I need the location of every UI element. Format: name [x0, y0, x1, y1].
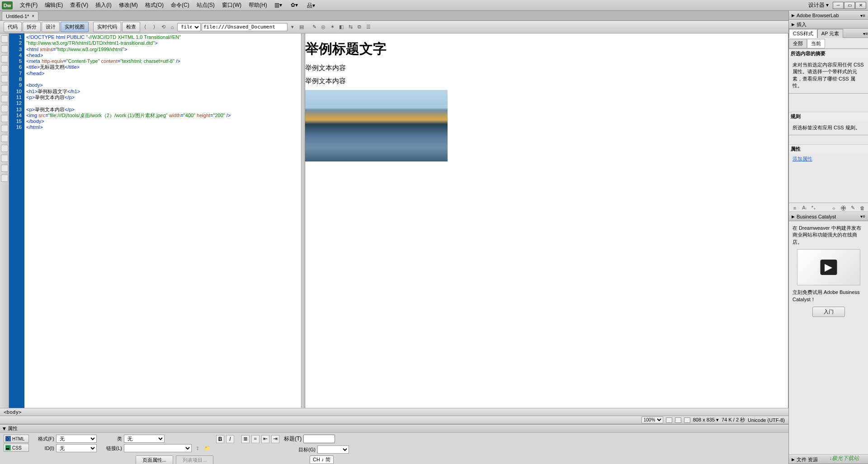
- target-select[interactable]: [317, 445, 349, 454]
- site-icon[interactable]: 品▾: [307, 2, 316, 9]
- menu-window[interactable]: 窗口(W): [218, 0, 245, 10]
- vtool-7[interactable]: [1, 95, 8, 102]
- css-toolbtn-6[interactable]: ✎: [849, 204, 857, 212]
- vtool-12[interactable]: [1, 145, 8, 152]
- code-view-button[interactable]: 代码: [4, 22, 22, 32]
- css-toolbtn-5[interactable]: 🕀: [839, 204, 847, 212]
- window-close[interactable]: ✕: [855, 2, 866, 9]
- bold-button[interactable]: B: [216, 435, 224, 443]
- vtool-1[interactable]: [1, 35, 8, 43]
- document-tab[interactable]: Untitled-1* ×: [2, 11, 38, 20]
- vtool-3[interactable]: [1, 55, 8, 62]
- title-input[interactable]: [303, 435, 335, 443]
- menu-view[interactable]: 查看(V): [66, 0, 92, 10]
- status-icon-3[interactable]: [684, 417, 690, 423]
- vtool-9[interactable]: [1, 115, 8, 122]
- url-input[interactable]: [202, 23, 288, 31]
- class-select[interactable]: 无: [124, 435, 165, 443]
- vtool-13[interactable]: [1, 155, 8, 162]
- ime-indicator[interactable]: CH ♪ 简: [310, 455, 334, 464]
- inspect-button[interactable]: 检查: [122, 22, 140, 32]
- menu-help[interactable]: 帮助(H): [245, 0, 271, 10]
- vtool-14[interactable]: [1, 165, 8, 172]
- tool-icon-2[interactable]: ◎: [319, 23, 327, 31]
- css-toolbtn-7[interactable]: 🗑: [858, 204, 866, 212]
- browserlab-panel-header[interactable]: ▶Adobe BrowserLab▾≡: [789, 11, 868, 20]
- bc-video-thumb[interactable]: [797, 249, 860, 285]
- window-maximize[interactable]: ▭: [844, 2, 855, 9]
- menu-insert[interactable]: 插入(I): [92, 0, 115, 10]
- extend-icon[interactable]: ✿▾: [291, 2, 300, 9]
- tool-icon-3[interactable]: ✶: [328, 23, 336, 31]
- split-handle[interactable]: [302, 33, 305, 408]
- live-preview: 举例标题文字 举例文本内容 举例文本内容: [305, 33, 788, 408]
- properties-header[interactable]: ▶属性: [0, 425, 788, 433]
- code-editor[interactable]: <!DOCTYPE html PUBLIC "-//W3C//DTD XHTML…: [24, 33, 301, 408]
- tool-icon-7[interactable]: ☰: [364, 23, 373, 31]
- vtool-8[interactable]: [1, 105, 8, 112]
- design-view-button[interactable]: 设计: [42, 22, 60, 32]
- split-view-button[interactable]: 拆分: [23, 22, 41, 32]
- vtool-2[interactable]: [1, 45, 8, 52]
- menu-modify[interactable]: 修改(M): [115, 0, 142, 10]
- tag-selector[interactable]: <body>: [0, 408, 788, 416]
- ap-elements-tab[interactable]: AP 元素: [817, 29, 844, 38]
- url-scheme-select[interactable]: file:: [177, 23, 201, 31]
- css-toolbtn-4[interactable]: ⟐: [830, 204, 838, 212]
- outdent-button[interactable]: ⇤: [261, 435, 269, 443]
- live-code-button[interactable]: 实时代码: [93, 22, 121, 32]
- vtool-6[interactable]: [1, 85, 8, 92]
- live-view-button[interactable]: 实时视图: [61, 22, 89, 32]
- italic-button[interactable]: I: [226, 435, 234, 443]
- ol-button[interactable]: ≡: [251, 435, 259, 443]
- css-styles-tab[interactable]: CSS样式: [789, 29, 817, 38]
- tool-icon-5[interactable]: ⇆: [346, 23, 354, 31]
- vtool-15[interactable]: [1, 175, 8, 182]
- nav-forward-icon[interactable]: ⟩: [150, 23, 158, 31]
- css-panel-tabs: CSS样式 AP 元素 ▾≡: [789, 29, 868, 38]
- css-toolbtn-1[interactable]: ≡: [791, 204, 799, 212]
- nav-back-icon[interactable]: ⟨: [141, 23, 149, 31]
- tool-icon-1[interactable]: ✎: [310, 23, 318, 31]
- vtool-11[interactable]: [1, 135, 8, 142]
- browse-icon[interactable]: 📁: [203, 444, 212, 452]
- close-icon[interactable]: ×: [32, 14, 34, 19]
- page-properties-button[interactable]: 页面属性...: [136, 455, 173, 464]
- css-mode-button[interactable]: ⬓CSS: [4, 444, 29, 452]
- bc-start-button[interactable]: 入门: [812, 307, 845, 317]
- html-mode-button[interactable]: ◇HTML: [4, 435, 29, 443]
- vtool-4[interactable]: [1, 65, 8, 72]
- workspace-switcher[interactable]: 设计器 ▾: [805, 0, 832, 10]
- css-toolbtn-3[interactable]: *₊: [810, 204, 818, 212]
- point-to-file-icon[interactable]: ⟟: [193, 444, 202, 452]
- refresh-icon[interactable]: ⟲: [159, 23, 167, 31]
- menu-edit[interactable]: 编辑(E): [41, 0, 66, 10]
- tool-icon-6[interactable]: ⧉: [355, 23, 363, 31]
- css-all-tab[interactable]: 全部: [789, 39, 807, 48]
- insert-panel-header[interactable]: ▶插入: [789, 20, 868, 29]
- menu-file[interactable]: 文件(F): [16, 0, 41, 10]
- status-icon-2[interactable]: [675, 417, 681, 423]
- business-catalyst-header[interactable]: ▶Business Catalyst▾≡: [789, 212, 868, 221]
- zoom-select[interactable]: 100%: [642, 417, 663, 423]
- css-toolbtn-2[interactable]: Aᵢ: [800, 204, 808, 212]
- url-dropdown-icon[interactable]: ▾: [288, 23, 297, 31]
- vtool-10[interactable]: [1, 125, 8, 132]
- menu-commands[interactable]: 命令(C): [167, 0, 193, 10]
- format-select[interactable]: 无: [56, 435, 97, 443]
- link-select[interactable]: [124, 444, 192, 452]
- toggle-icon[interactable]: ▤: [297, 23, 306, 31]
- window-minimize[interactable]: ─: [833, 2, 844, 9]
- id-select[interactable]: 无: [56, 444, 97, 452]
- tool-icon-4[interactable]: ◧: [337, 23, 345, 31]
- status-icon-1[interactable]: [666, 417, 672, 423]
- vtool-5[interactable]: [1, 75, 8, 82]
- indent-button[interactable]: ⇥: [271, 435, 279, 443]
- home-icon[interactable]: ⌂: [168, 23, 176, 31]
- layout-icon[interactable]: ▥▾: [274, 2, 283, 9]
- css-current-tab[interactable]: 当前: [807, 39, 825, 48]
- menu-format[interactable]: 格式(O): [142, 0, 167, 10]
- add-property-link[interactable]: 添加属性: [792, 155, 865, 163]
- menu-site[interactable]: 站点(S): [193, 0, 218, 10]
- ul-button[interactable]: ≣: [241, 435, 250, 443]
